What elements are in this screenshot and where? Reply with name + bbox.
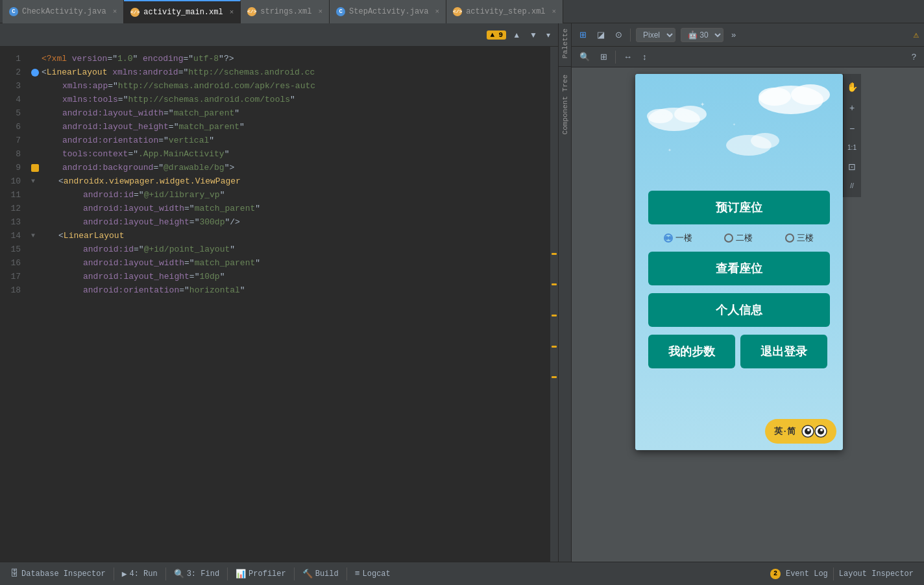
logcat-item[interactable]: ≡ Logcat xyxy=(350,562,396,585)
preview-content: 预订座位 一楼 二楼 三楼 xyxy=(635,74,843,450)
line-numbers: 12345 678910 1112131415 161718 xyxy=(0,47,26,562)
zoom-in-btn[interactable]: 🔍 xyxy=(577,51,592,63)
resize-vertical-btn[interactable]: ↕ xyxy=(640,51,650,63)
tab-close-strings[interactable]: × xyxy=(318,8,322,16)
btn-row-bottom: 我的步数 退出登录 xyxy=(648,335,830,368)
scroll-mark-5 xyxy=(552,376,557,378)
radio-label-2: 二楼 xyxy=(736,232,753,244)
tab-close-check-activity[interactable]: × xyxy=(113,8,117,16)
profiler-icon: 📊 xyxy=(236,569,246,579)
preview-toolbar: ⊞ ◪ ⊙ Pixel 🤖 30 » ⚠ xyxy=(572,23,924,47)
personal-info-btn[interactable]: 个人信息 xyxy=(648,293,830,327)
strip-divider xyxy=(559,66,571,67)
warning-menu-btn[interactable]: ▾ xyxy=(544,29,553,41)
event-log-label: Event Log xyxy=(786,569,828,579)
warning-down-btn[interactable]: ▼ xyxy=(527,29,540,41)
zoom-in-side-btn[interactable]: + xyxy=(847,100,857,115)
palette-label[interactable]: Palette xyxy=(561,23,569,64)
tab-strings[interactable]: </> strings.xml × xyxy=(241,0,330,23)
reserve-seat-btn[interactable]: 预订座位 xyxy=(648,191,830,224)
scroll-indicators xyxy=(550,47,558,562)
device-selector[interactable]: Pixel xyxy=(636,28,675,42)
database-inspector-item[interactable]: 🗄 Database Inspector xyxy=(5,562,111,585)
translation-text: 英·简 xyxy=(774,425,796,437)
radio-second-floor[interactable]: 二楼 xyxy=(724,232,753,244)
zoom-out-side-btn[interactable]: − xyxy=(847,121,857,136)
code-line-container: 12345 678910 1112131415 161718 <?xml ver… xyxy=(0,47,558,562)
resize-horizontal-btn[interactable]: ↔ xyxy=(621,51,635,63)
view-seats-btn[interactable]: 查看座位 xyxy=(648,252,830,285)
tab-check-activity[interactable]: C CheckActivity.java × xyxy=(3,0,124,23)
hand-tool-btn[interactable]: ✋ xyxy=(844,79,860,95)
code-content[interactable]: <?xml version="1.0" encoding="utf-8"?> <… xyxy=(26,47,550,562)
radio-row: 一楼 二楼 三楼 xyxy=(648,232,830,244)
collapse-arrow-10[interactable]: ▼ xyxy=(31,174,35,188)
code-line-10: ▼ <androidx.viewpager.widget.ViewPager xyxy=(31,174,550,188)
more-options-btn[interactable]: » xyxy=(729,29,738,41)
component-tree-label[interactable]: Component Tree xyxy=(561,69,569,139)
design-surface-btn[interactable]: ⊞ xyxy=(577,29,589,41)
tab-activity-main[interactable]: </> activity_main.xml × xyxy=(124,0,241,23)
preview-panel: ⊞ ◪ ⊙ Pixel 🤖 30 » ⚠ 🔍 ⊞ ↔ ↕ ? xyxy=(571,23,924,562)
logout-btn[interactable]: 退出登录 xyxy=(740,335,827,368)
grid-btn[interactable]: ⊞ xyxy=(598,51,610,63)
build-item[interactable]: 🔨 Build xyxy=(297,562,344,585)
tab-activity-step[interactable]: </> activity_step.xml × xyxy=(446,0,563,23)
api-selector[interactable]: 🤖 30 xyxy=(681,28,723,42)
translation-widget[interactable]: 英·简 xyxy=(765,419,836,444)
status-bar: 🗄 Database Inspector ▶ 4: Run 🔍 3: Find … xyxy=(0,562,924,585)
radio-label-3: 三楼 xyxy=(797,232,814,244)
profiler-item[interactable]: 📊 Profiler xyxy=(230,562,291,585)
code-line-15: android:id="@+id/point_layout" xyxy=(31,243,550,256)
layout-inspector-item[interactable]: Layout Inspector xyxy=(834,569,919,579)
preview-side-controls: ✋ + − 1:1 ⊡ // xyxy=(843,74,861,197)
scroll-mark-1 xyxy=(552,253,557,255)
help-btn[interactable]: ? xyxy=(909,51,919,63)
sky-background: ✦ ✦ ✦ 预订座位 一楼 xyxy=(635,74,843,450)
zoom-fit-btn[interactable]: ⊙ xyxy=(613,29,625,41)
line-marker-1 xyxy=(31,55,39,63)
collapse-arrow-14[interactable]: ▼ xyxy=(31,229,35,243)
phone-screen: ✦ ✦ ✦ 预订座位 一楼 xyxy=(635,74,843,450)
find-item[interactable]: 🔍 3: Find xyxy=(169,562,225,585)
warning-badge: ▲ 9 xyxy=(487,30,506,40)
warning-triangle-icon: ⚠ xyxy=(914,29,919,40)
tab-close-activity-main[interactable]: × xyxy=(230,8,234,16)
tab-close-activity-step[interactable]: × xyxy=(552,8,557,16)
scroll-mark-4 xyxy=(552,346,557,348)
build-label: Build xyxy=(315,569,339,579)
status-div-5 xyxy=(346,567,347,580)
line-marker-3 xyxy=(31,82,39,90)
code-editor: ▲ 9 ▲ ▼ ▾ 12345 678910 1112131415 161718… xyxy=(0,23,558,562)
scroll-mark-2 xyxy=(552,283,557,285)
radio-first-floor[interactable]: 一楼 xyxy=(664,232,692,244)
event-log-badge: 2 xyxy=(770,569,781,579)
tab-step-activity[interactable]: C StepActivity.java × xyxy=(330,0,446,23)
code-line-1: <?xml version="1.0" encoding="utf-8"?> xyxy=(31,52,550,66)
xml-icon-main: </> xyxy=(130,8,140,17)
code-scrollbar[interactable] xyxy=(550,47,558,562)
line-marker-6 xyxy=(31,123,39,131)
line-marker-16 xyxy=(31,259,39,267)
line-marker-2 xyxy=(31,69,39,77)
radio-third-floor[interactable]: 三楼 xyxy=(785,232,814,244)
fit-screen-btn[interactable]: ⊡ xyxy=(845,159,858,174)
extra-btn[interactable]: // xyxy=(847,180,857,192)
blueprint-btn[interactable]: ◪ xyxy=(594,29,607,41)
tab-close-step-activity[interactable]: × xyxy=(435,8,440,16)
database-inspector-label: Database Inspector xyxy=(21,569,106,579)
run-item[interactable]: ▶ 4: Run xyxy=(117,562,163,585)
my-steps-btn[interactable]: 我的步数 xyxy=(648,335,735,368)
tab-label-strings: strings.xml xyxy=(260,7,311,16)
event-log-item[interactable]: 2 Event Log xyxy=(765,569,833,579)
tab-label-activity-main: activity_main.xml xyxy=(143,8,223,17)
line-marker-4 xyxy=(31,96,39,104)
reset-zoom-btn[interactable]: 1:1 xyxy=(845,141,859,154)
code-line-11: android:id="@+id/library_vp" xyxy=(31,188,550,202)
scroll-mark-3 xyxy=(552,315,557,316)
toolbar-sep-1 xyxy=(630,29,631,42)
warning-up-btn[interactable]: ▲ xyxy=(510,29,523,41)
run-label: 4: Run xyxy=(129,569,157,579)
code-line-13: android:layout_height="300dp"/> xyxy=(31,215,550,229)
java-icon-step: C xyxy=(336,7,345,16)
